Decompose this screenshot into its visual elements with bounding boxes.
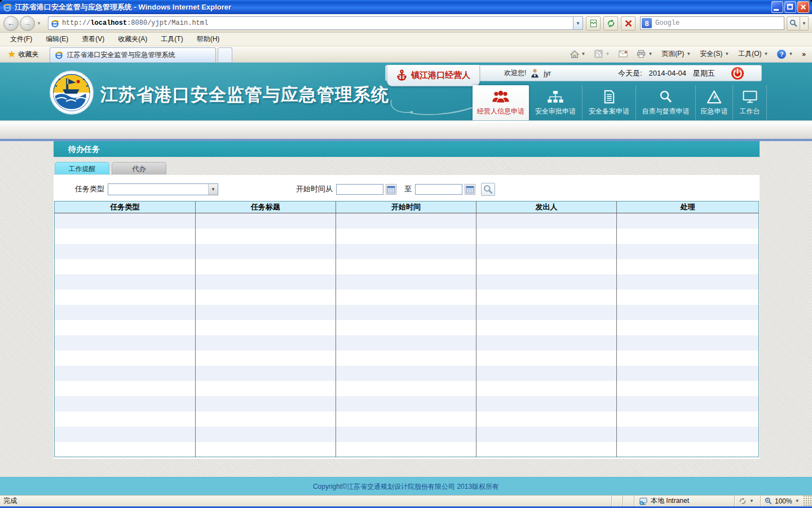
column-header: 处理: [617, 202, 759, 213]
table-cell: [336, 213, 476, 229]
table-cell: [55, 396, 196, 411]
table-cell: [196, 442, 336, 457]
status-text: 完成: [3, 496, 17, 506]
task-type-select[interactable]: ▼: [108, 183, 218, 195]
compatibility-view-button[interactable]: [586, 16, 601, 30]
browser-window: 江苏省港口安全监管与应急管理系统 - Windows Internet Expl…: [0, 0, 812, 508]
read-mail-button[interactable]: [615, 47, 632, 61]
table-row: [55, 290, 759, 305]
address-field[interactable]: http://localhost:8080/yjpt/Main.html: [48, 16, 573, 30]
column-header: 开始时间: [336, 202, 476, 213]
nav-item-operator-info[interactable]: 经营人信息申请: [473, 85, 529, 120]
table-cell: [476, 427, 617, 442]
back-button[interactable]: ←: [3, 16, 19, 31]
table-cell: [55, 259, 196, 274]
minimize-button[interactable]: [771, 1, 783, 13]
table-cell: [476, 229, 617, 244]
forward-button[interactable]: →: [20, 16, 35, 31]
table-row: [55, 396, 759, 411]
site-banner: 江苏省港口安全监管与应急管理系统 镇江港口经营人 欢迎您! jyr: [0, 63, 812, 120]
restore-button[interactable]: [784, 1, 796, 13]
table-row: [55, 305, 759, 320]
nav-item-label: 经营人信息申请: [473, 107, 529, 116]
new-tab-button[interactable]: [218, 47, 232, 62]
ie-icon: [3, 3, 12, 12]
logout-icon[interactable]: [731, 67, 744, 80]
panel-tabs: 工作提醒代办: [55, 162, 166, 174]
close-button[interactable]: [797, 1, 809, 13]
address-dropdown-icon[interactable]: ▼: [573, 16, 583, 30]
today-date: 2014-04-04: [649, 69, 687, 77]
panel-tab-delegate[interactable]: 代办: [112, 162, 166, 174]
feeds-button[interactable]: ▼: [590, 47, 614, 61]
menu-item[interactable]: 收藏夹(A): [111, 33, 154, 46]
more-commands-icon[interactable]: »: [798, 47, 810, 61]
table-cell: [55, 442, 196, 457]
status-bar: 完成 本地 Intranet ▼ 100% ▼: [0, 495, 812, 506]
menu-item[interactable]: 帮助(H): [190, 33, 227, 46]
menu-item[interactable]: 文件(F): [3, 33, 39, 46]
table-row: [55, 351, 759, 366]
table-cell: [617, 259, 759, 274]
table-cell: [55, 274, 196, 290]
menu-item[interactable]: 工具(T): [154, 33, 189, 46]
end-date-input[interactable]: [415, 184, 462, 195]
people-icon: [492, 89, 510, 104]
protected-mode-button[interactable]: ▼: [734, 496, 760, 506]
search-options-icon[interactable]: ▼: [800, 16, 809, 30]
nav-item-safety-approval[interactable]: 安全审批申请: [529, 85, 582, 120]
address-url: http://localhost:8080/yjpt/Main.html: [62, 19, 208, 27]
refresh-button[interactable]: [603, 16, 618, 30]
menu-item[interactable]: 查看(V): [75, 33, 111, 46]
search-box[interactable]: 8 Google: [640, 16, 784, 30]
panel-title: 待办任务: [54, 141, 760, 157]
chevron-down-icon: ▼: [208, 184, 218, 195]
tools-menu[interactable]: 工具(O)▼: [734, 47, 772, 61]
today-label: 今天是:: [618, 68, 642, 78]
tab-favicon-icon: [55, 51, 63, 59]
role-name: 镇江港口经营人: [411, 70, 470, 81]
panel-tab-work-reminder[interactable]: 工作提醒: [55, 162, 109, 174]
table-cell: [336, 427, 476, 442]
end-calendar-icon[interactable]: [465, 184, 475, 195]
tab-title: 江苏省港口安全监管与应急管理系统: [67, 50, 175, 60]
query-button[interactable]: [481, 183, 495, 196]
table-cell: [196, 290, 336, 305]
nav-item-safety-record[interactable]: 安全备案申请: [582, 85, 636, 120]
zone-label: 本地 Intranet: [651, 496, 689, 506]
today-weekday: 星期五: [693, 68, 715, 78]
history-dropdown-icon[interactable]: ▼: [37, 21, 41, 26]
role-badge: 镇江港口经营人: [387, 65, 480, 86]
resize-grip[interactable]: [803, 496, 812, 506]
start-date-input[interactable]: [336, 184, 383, 195]
table-cell: [617, 320, 759, 335]
table-cell: [196, 351, 336, 366]
table-cell: [617, 351, 759, 366]
search-go-button[interactable]: [787, 16, 800, 30]
google-logo-icon: 8: [642, 18, 652, 28]
menu-item[interactable]: 编辑(E): [39, 33, 75, 46]
page-favicon-icon: [51, 19, 59, 28]
table-cell: [617, 366, 759, 381]
table-cell: [196, 229, 336, 244]
nav-item-self-inspection[interactable]: 自查与督查申请: [636, 85, 696, 120]
nav-item-workbench[interactable]: 工作台: [733, 85, 767, 120]
security-zone: 本地 Intranet: [634, 496, 734, 506]
browser-tab[interactable]: 江苏省港口安全监管与应急管理系统: [50, 47, 216, 62]
table-row: [55, 427, 759, 442]
table-row: [55, 411, 759, 427]
nav-item-emergency[interactable]: 应急申请: [696, 85, 733, 120]
title-bar: 江苏省港口安全监管与应急管理系统 - Windows Internet Expl…: [0, 0, 812, 14]
help-button[interactable]: ? ▼: [773, 47, 797, 61]
print-button[interactable]: ▼: [633, 47, 656, 61]
site-title: 江苏省港口安全监管与应急管理系统: [100, 83, 389, 107]
stop-button[interactable]: [621, 16, 636, 30]
home-button[interactable]: ▼: [566, 47, 590, 61]
favorites-bar: ★ 收藏夹 江苏省港口安全监管与应急管理系统 ▼ ▼ ▼: [0, 46, 812, 63]
start-calendar-icon[interactable]: [386, 184, 396, 195]
table-cell: [476, 320, 617, 335]
favorites-button[interactable]: ★ 收藏夹: [2, 47, 44, 61]
zoom-control[interactable]: 100% ▼: [760, 496, 803, 506]
page-menu[interactable]: 页面(P)▼: [657, 47, 695, 61]
safety-menu[interactable]: 安全(S)▼: [696, 47, 733, 61]
